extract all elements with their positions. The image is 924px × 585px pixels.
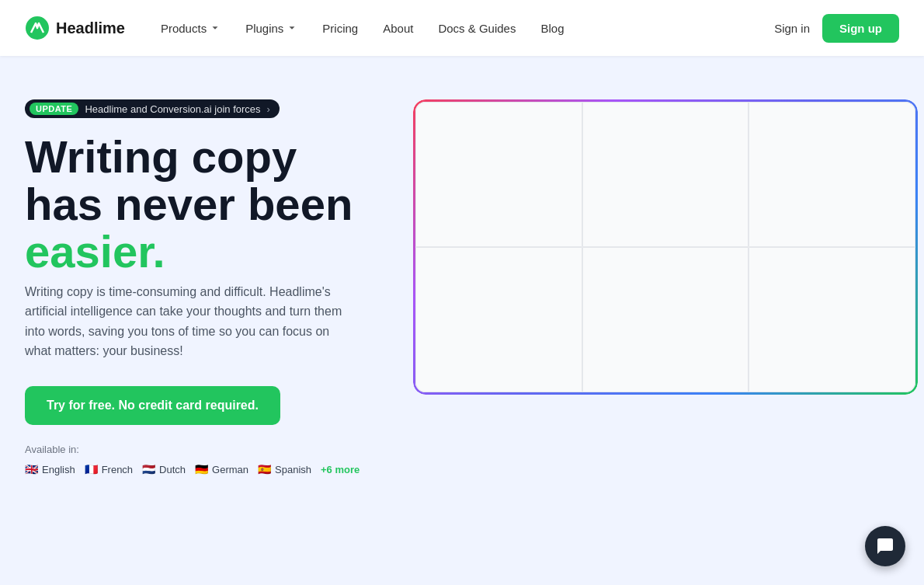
flag-gb: 🇬🇧	[25, 463, 38, 475]
badge-label: UPDATE	[30, 103, 78, 115]
flag-de: 🇩🇪	[195, 463, 208, 475]
preview-cell-2	[582, 102, 749, 247]
badge-arrow: ›	[267, 103, 270, 115]
flag-es: 🇪🇸	[258, 463, 271, 475]
hero-title-line1: Writing copy	[25, 131, 297, 182]
app-preview	[413, 99, 918, 395]
hero-title-line2: has never been	[25, 179, 353, 229]
hero-title: Writing copy has never been easier.	[25, 134, 382, 276]
nav-pricing[interactable]: Pricing	[311, 16, 369, 41]
preview-cell-5	[582, 247, 749, 392]
preview-cell-3	[749, 102, 915, 247]
badge-text: Headlime and Conversion.ai join forces	[85, 103, 260, 115]
sign-in-button[interactable]: Sign in	[774, 22, 810, 35]
navbar: Headlime Products Plugins Pricing About …	[0, 0, 924, 56]
chat-widget[interactable]	[865, 526, 905, 566]
lang-spanish-label: Spanish	[275, 464, 311, 475]
preview-cell-1	[415, 102, 582, 247]
lang-english: 🇬🇧 English	[25, 463, 75, 475]
nav-auth: Sign in Sign up	[774, 14, 899, 43]
lang-english-label: English	[42, 464, 75, 475]
hero-description: Writing copy is time-consuming and diffi…	[25, 282, 359, 361]
nav-links: Products Plugins Pricing About Docs & Gu…	[150, 16, 768, 41]
flag-fr: 🇫🇷	[85, 463, 98, 475]
nav-blog[interactable]: Blog	[530, 16, 575, 41]
sign-up-button[interactable]: Sign up	[822, 14, 899, 43]
cta-button[interactable]: Try for free. No credit card required.	[25, 386, 280, 425]
update-badge[interactable]: UPDATE Headlime and Conversion.ai join f…	[25, 99, 280, 118]
preview-grid	[415, 102, 915, 392]
lang-spanish: 🇪🇸 Spanish	[258, 463, 311, 475]
more-languages-link[interactable]: +6 more	[321, 464, 360, 475]
brand-logo[interactable]: Headlime	[25, 16, 125, 40]
hero-right	[413, 93, 918, 395]
lang-german-label: German	[212, 464, 248, 475]
lang-german: 🇩🇪 German	[195, 463, 248, 475]
lang-dutch: 🇳🇱 Dutch	[142, 463, 186, 475]
hero-left: UPDATE Headlime and Conversion.ai join f…	[25, 93, 382, 475]
preview-cell-4	[415, 247, 582, 392]
nav-products[interactable]: Products	[150, 16, 231, 41]
chat-icon	[876, 537, 894, 555]
lang-french-label: French	[102, 464, 133, 475]
available-in-label: Available in:	[25, 444, 382, 455]
nav-docs[interactable]: Docs & Guides	[427, 16, 526, 41]
chevron-down-icon	[210, 23, 221, 33]
nav-about[interactable]: About	[372, 16, 424, 41]
hero-section: UPDATE Headlime and Conversion.ai join f…	[0, 56, 924, 475]
flag-nl: 🇳🇱	[142, 463, 155, 475]
logo-icon	[25, 16, 50, 40]
chevron-down-icon	[287, 23, 297, 33]
nav-plugins[interactable]: Plugins	[234, 16, 308, 41]
brand-name: Headlime	[56, 19, 125, 37]
lang-french: 🇫🇷 French	[85, 463, 133, 475]
hero-title-line3: easier.	[25, 226, 165, 277]
lang-dutch-label: Dutch	[159, 464, 186, 475]
preview-cell-6	[749, 247, 915, 392]
languages-list: 🇬🇧 English 🇫🇷 French 🇳🇱 Dutch 🇩🇪 German …	[25, 463, 382, 475]
